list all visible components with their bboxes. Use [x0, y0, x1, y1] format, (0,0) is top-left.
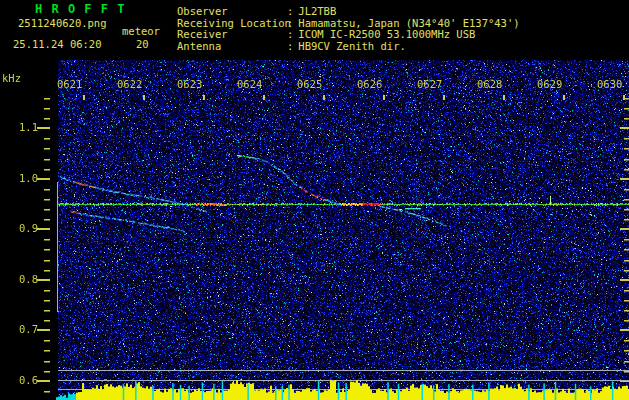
x-tick-label: 0626	[357, 78, 382, 90]
hrofft-output: H R O F F T 2511240620.png meteor 25.11.…	[0, 0, 629, 400]
station-info-row: Antenna:HB9CV Zenith dir.	[177, 41, 520, 53]
station-info-row: Observer:JL2TBB	[177, 6, 520, 18]
x-tick-label: 0629	[537, 78, 562, 90]
filename-label: 2511240620.png	[18, 17, 107, 29]
y-tick-label: 0.9	[8, 222, 38, 234]
station-info-row: Receiver:ICOM IC-R2500 53.1000MHz USB	[177, 29, 520, 41]
info-label: Receiver	[177, 29, 287, 41]
x-tick-label: 0628	[477, 78, 502, 90]
x-tick-label: 0627	[417, 78, 442, 90]
y-tick-label: 0.6	[8, 374, 38, 386]
x-tick-label: 0625	[297, 78, 322, 90]
interval-count: 20	[136, 38, 149, 50]
info-label: Observer	[177, 6, 287, 18]
y-tick-label: 0.7	[8, 323, 38, 335]
mode-label: meteor	[122, 25, 160, 37]
y-tick-label: 1.0	[8, 172, 38, 184]
info-value: HB9CV Zenith dir.	[293, 40, 405, 52]
info-value: JL2TBB	[293, 5, 336, 17]
y-tick-label: 1.1	[8, 121, 38, 133]
header: H R O F F T 2511240620.png meteor 25.11.…	[0, 0, 629, 58]
info-label: Antenna	[177, 41, 287, 53]
info-value: Hamamatsu, Japan (N34°40' E137°43')	[293, 17, 519, 29]
app-title: H R O F F T	[35, 2, 125, 16]
y-axis-unit-label: kHz	[2, 72, 21, 84]
station-info-table: Observer:JL2TBBReceiving Location:Hamama…	[177, 6, 520, 52]
x-tick-label: 0621	[57, 78, 82, 90]
x-tick-label: 0624	[237, 78, 262, 90]
x-tick-label: 0623	[177, 78, 202, 90]
datetime-label: 25.11.24 06:20	[13, 38, 102, 50]
x-tick-label: 0622	[117, 78, 142, 90]
y-tick-label: 0.8	[8, 273, 38, 285]
x-tick-label: 0630	[597, 78, 622, 90]
info-value: ICOM IC-R2500 53.1000MHz USB	[293, 28, 475, 40]
spectrogram-canvas	[0, 0, 629, 400]
